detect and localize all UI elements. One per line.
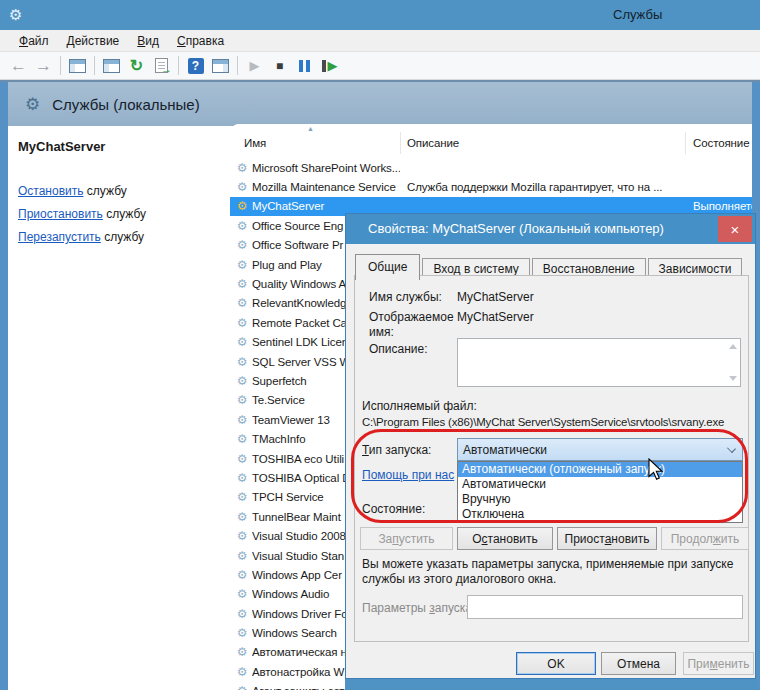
cancel-button[interactable]: Отмена: [601, 652, 676, 675]
service-gear-icon: ⚙: [235, 452, 249, 466]
service-description-cell: Служба поддержки Mozilla гарантирует, чт…: [400, 181, 685, 193]
description-label: Описание:: [369, 342, 428, 356]
toolbar-separator: [60, 56, 61, 75]
services-gear-icon: ⚙: [25, 94, 40, 115]
restart-service-icon[interactable]: ▶: [317, 54, 342, 78]
action-pane-icon[interactable]: [208, 54, 233, 78]
startup-type-dropdown: Автоматически (отложенный запуск)Автомат…: [457, 461, 743, 523]
service-gear-icon: ⚙: [235, 219, 249, 233]
description-textarea[interactable]: [457, 338, 741, 387]
column-divider: [400, 132, 401, 154]
stop-service-icon[interactable]: ■: [267, 54, 292, 78]
refresh-icon: ↻: [130, 56, 143, 75]
sort-ascending-icon: ▲: [307, 125, 314, 132]
dropdown-option[interactable]: Отключена: [458, 507, 742, 522]
help-icon[interactable]: ?: [183, 54, 208, 78]
dropdown-option[interactable]: Автоматически: [458, 477, 742, 492]
column-header-name[interactable]: Имя: [244, 137, 266, 149]
service-action-link-row: Перезапустить службу: [18, 230, 230, 244]
service-gear-icon: ⚙: [235, 180, 249, 194]
tab-general[interactable]: Общие: [355, 254, 420, 280]
toolbar: ←→↻→?▶■▶: [0, 52, 760, 80]
ok-button[interactable]: OK: [516, 652, 596, 675]
selected-service-title: MyChatServer: [18, 139, 230, 154]
service-gear-icon: ⚙: [235, 607, 249, 621]
service-gear-icon: ⚙: [235, 471, 249, 485]
stop-service-link[interactable]: Остановить: [18, 184, 84, 198]
menu-item-action[interactable]: Действие: [58, 32, 129, 50]
service-gear-icon: ⚙: [235, 413, 249, 427]
scroll-down-icon[interactable]: [729, 376, 737, 381]
back-icon[interactable]: ←: [6, 54, 31, 78]
properties-icon[interactable]: [99, 54, 124, 78]
startup-params-input[interactable]: [467, 595, 743, 619]
service-action-link-row: Остановить службу: [18, 184, 230, 198]
service-gear-icon: ⚙: [235, 684, 249, 690]
console-header-band: ⚙ Службы (локальные): [0, 80, 760, 126]
pause-service-icon[interactable]: [292, 54, 317, 78]
service-gear-icon: ⚙: [235, 335, 249, 349]
resume-button[interactable]: Продолжить: [661, 527, 749, 550]
state-label: Состояние:: [362, 502, 425, 516]
toolbar-separator: [178, 56, 179, 75]
dropdown-option[interactable]: Вручную: [458, 492, 742, 507]
service-gear-icon: ⚙: [235, 490, 249, 504]
console-header-title: Службы (локальные): [52, 96, 199, 113]
service-gear-icon: ⚙: [235, 296, 249, 310]
service-name-value: MyChatServer: [457, 290, 534, 304]
pause-service-icon: [306, 60, 310, 72]
console-tree-icon[interactable]: [65, 54, 90, 78]
scroll-up-icon[interactable]: [729, 344, 737, 349]
apply-button[interactable]: Применить: [683, 652, 754, 675]
service-name-cell: MyChatServer: [252, 200, 400, 212]
properties-icon: [103, 59, 120, 73]
refresh-icon[interactable]: ↻: [124, 54, 149, 78]
menu-item-view[interactable]: Вид: [128, 32, 168, 50]
services-app-icon: ⚙: [9, 6, 22, 24]
start-service-icon[interactable]: ▶: [242, 54, 267, 78]
service-gear-icon: ⚙: [235, 374, 249, 388]
action-pane: MyChatServer Остановить службуПриостанов…: [8, 126, 230, 690]
stop-button[interactable]: Остановить: [457, 527, 553, 550]
menu-item-file[interactable]: Файл: [10, 32, 58, 50]
column-divider: [685, 132, 686, 154]
table-row[interactable]: ⚙Mozilla Maintenance ServiceСлужба подде…: [230, 177, 752, 196]
service-gear-icon: ⚙: [235, 355, 249, 369]
startup-help-link[interactable]: Помощь при нас: [362, 468, 454, 482]
startup-type-combobox[interactable]: Автоматически: [457, 438, 743, 461]
start-service-icon: ▶: [250, 58, 260, 73]
export-list-icon[interactable]: →: [149, 54, 174, 78]
menu-bar: ФайлДействиеВидСправка: [0, 30, 760, 52]
startup-params-label: Параметры запуска:: [362, 601, 475, 615]
restart-service-link[interactable]: Перезапустить: [18, 230, 101, 244]
action-pane-icon: [212, 59, 229, 73]
service-gear-icon: ⚙: [235, 549, 249, 563]
column-header-status[interactable]: Состояние: [693, 137, 749, 149]
service-action-link-row: Приостановить службу: [18, 207, 230, 221]
chevron-down-icon: [727, 444, 736, 453]
startup-type-value: Автоматически: [463, 443, 547, 457]
toolbar-separator: [237, 56, 238, 75]
dropdown-option[interactable]: Автоматически (отложенный запуск): [458, 462, 742, 477]
dialog-title: Свойства: MyChatServer (Локальный компью…: [368, 221, 664, 236]
service-gear-icon: ⚙: [235, 510, 249, 524]
pause-button[interactable]: Приостановить: [557, 527, 657, 550]
forward-icon[interactable]: →: [31, 54, 56, 78]
pause-service-link[interactable]: Приостановить: [18, 207, 103, 221]
start-button[interactable]: Запустить: [360, 527, 453, 550]
service-name-cell: Mozilla Maintenance Service: [252, 181, 400, 193]
column-header-description[interactable]: Описание: [407, 137, 459, 149]
window-border-left: [0, 82, 8, 690]
service-gear-icon: ⚙: [235, 626, 249, 640]
back-icon: ←: [10, 56, 27, 76]
menu-item-help[interactable]: Справка: [168, 32, 233, 50]
link-rest-text: службу: [103, 207, 146, 221]
table-row[interactable]: ⚙Microsoft SharePoint Works...: [230, 158, 752, 177]
service-action-links: Остановить службуПриостановить службуПер…: [18, 184, 230, 244]
service-name-label: Имя службы:: [369, 290, 442, 304]
startup-type-label: Тип запуска:: [362, 443, 431, 457]
close-icon[interactable]: ×: [718, 216, 752, 242]
help-icon: ?: [188, 58, 204, 74]
service-gear-icon: ⚙: [235, 316, 249, 330]
display-name-value: MyChatServer: [457, 310, 534, 324]
